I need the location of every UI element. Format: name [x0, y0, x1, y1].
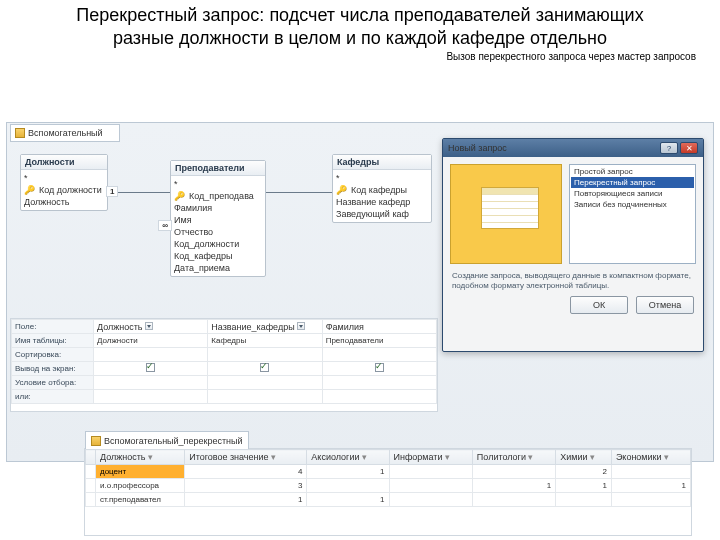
query-design-grid[interactable]: Поле: Должность Название_кафедры Фамилия… — [10, 318, 438, 412]
cell[interactable]: 1 — [307, 465, 389, 479]
grid-row-label: Условие отбора: — [12, 376, 94, 390]
cell[interactable] — [556, 493, 612, 507]
column-header[interactable]: Информати ▾ — [389, 450, 472, 465]
cell[interactable]: 1 — [185, 493, 307, 507]
dropdown-icon[interactable] — [145, 322, 153, 330]
wizard-type-list[interactable]: Простой запрос Перекрестный запрос Повто… — [569, 164, 696, 264]
grid-cell[interactable] — [208, 376, 322, 390]
list-item[interactable]: Простой запрос — [571, 166, 694, 177]
table-row[interactable]: ст.преподавател11 — [86, 493, 691, 507]
new-query-dialog: Новый запрос ? ✕ Простой запрос Перекрес… — [442, 138, 704, 352]
field-row[interactable]: Фамилия — [171, 202, 265, 214]
field-row[interactable]: Имя — [171, 214, 265, 226]
relationship-line — [266, 192, 332, 193]
grid-cell[interactable] — [322, 376, 436, 390]
table-card-dolzhnosti[interactable]: Должности * 🔑Код должности Должность — [20, 154, 108, 211]
column-header[interactable]: Экономики ▾ — [611, 450, 690, 465]
column-header[interactable]: Химии ▾ — [556, 450, 612, 465]
table-card-kafedry[interactable]: Кафедры * 🔑Код кафедры Название кафедр З… — [332, 154, 432, 223]
cell[interactable]: 1 — [611, 479, 690, 493]
grid-cell[interactable] — [208, 390, 322, 404]
grid-cell[interactable] — [322, 348, 436, 362]
checkbox-icon[interactable] — [375, 363, 384, 372]
grid-cell[interactable]: Преподаватели — [322, 334, 436, 348]
table-row[interactable]: доцент412 — [86, 465, 691, 479]
cell[interactable] — [307, 479, 389, 493]
grid-cell[interactable]: Должности — [94, 334, 208, 348]
grid-cell[interactable]: Должность — [94, 320, 208, 334]
field-row[interactable]: 🔑Код должности — [21, 184, 107, 196]
crosstab-result-grid[interactable]: Вспомогательный_перекрестный Должность ▾… — [84, 448, 692, 536]
field-row[interactable]: 🔑Код_преподава — [171, 190, 265, 202]
grid-cell[interactable] — [94, 348, 208, 362]
cell[interactable] — [611, 493, 690, 507]
relation-right-label: ∞ — [158, 220, 172, 231]
cell[interactable]: 1 — [472, 479, 555, 493]
cell[interactable] — [472, 465, 555, 479]
page-subtitle: Вызов перекрестного запроса через мастер… — [0, 51, 720, 66]
field-row[interactable]: Дата_приема — [171, 262, 265, 274]
field-row[interactable]: Отчество — [171, 226, 265, 238]
cell[interactable]: 2 — [556, 465, 612, 479]
checkbox-icon[interactable] — [260, 363, 269, 372]
grid-cell[interactable] — [322, 362, 436, 376]
design-window-tab-label: Вспомогательный — [28, 128, 103, 138]
grid-cell[interactable]: Кафедры — [208, 334, 322, 348]
field-row[interactable]: Код_кафедры — [171, 250, 265, 262]
wizard-preview — [450, 164, 562, 264]
cell[interactable] — [389, 465, 472, 479]
cell[interactable] — [389, 493, 472, 507]
list-item[interactable]: Повторяющиеся записи — [571, 188, 694, 199]
cell[interactable]: 1 — [307, 493, 389, 507]
result-window-tab[interactable]: Вспомогательный_перекрестный — [85, 431, 249, 449]
field-row[interactable]: * — [21, 172, 107, 184]
table-row[interactable]: и.о.профессора3111 — [86, 479, 691, 493]
field-row[interactable]: Должность — [21, 196, 107, 208]
design-window-tab[interactable]: Вспомогательный — [10, 124, 120, 142]
table-card-prepodavateli[interactable]: Преподаватели * 🔑Код_преподава Фамилия И… — [170, 160, 266, 277]
column-header[interactable]: Должность ▾ — [96, 450, 185, 465]
field-row[interactable]: * — [333, 172, 431, 184]
grid-cell[interactable] — [94, 390, 208, 404]
cell[interactable]: ст.преподавател — [96, 493, 185, 507]
column-header[interactable]: Аксиологии ▾ — [307, 450, 389, 465]
result-tab-label: Вспомогательный_перекрестный — [104, 436, 243, 446]
field-row[interactable]: Название кафедр — [333, 196, 431, 208]
grid-row-label: Сортировка: — [12, 348, 94, 362]
dropdown-icon[interactable] — [297, 322, 305, 330]
grid-cell[interactable] — [208, 362, 322, 376]
cell[interactable] — [389, 479, 472, 493]
grid-row-label: Имя таблицы: — [12, 334, 94, 348]
grid-cell[interactable] — [208, 348, 322, 362]
cell[interactable]: 1 — [556, 479, 612, 493]
list-item[interactable]: Записи без подчиненных — [571, 199, 694, 210]
cell[interactable] — [611, 465, 690, 479]
cell[interactable]: 3 — [185, 479, 307, 493]
table-title: Должности — [21, 155, 107, 170]
cancel-button[interactable]: Отмена — [636, 296, 694, 314]
help-button[interactable]: ? — [660, 142, 678, 154]
grid-cell[interactable] — [322, 390, 436, 404]
grid-cell[interactable] — [94, 362, 208, 376]
column-header[interactable]: Итоговое значение ▾ — [185, 450, 307, 465]
cell[interactable]: и.о.профессора — [96, 479, 185, 493]
field-row[interactable]: 🔑Код кафедры — [333, 184, 431, 196]
list-item[interactable]: Перекрестный запрос — [571, 177, 694, 188]
cell[interactable] — [472, 493, 555, 507]
field-row[interactable]: Код_должности — [171, 238, 265, 250]
checkbox-icon[interactable] — [146, 363, 155, 372]
grid-cell[interactable] — [94, 376, 208, 390]
field-row[interactable]: Заведующий каф — [333, 208, 431, 220]
close-button[interactable]: ✕ — [680, 142, 698, 154]
cell[interactable]: 4 — [185, 465, 307, 479]
grid-row-label: Поле: — [12, 320, 94, 334]
field-row[interactable]: * — [171, 178, 265, 190]
grid-cell[interactable]: Фамилия — [322, 320, 436, 334]
grid-cell[interactable]: Название_кафедры — [208, 320, 322, 334]
cell[interactable]: доцент — [96, 465, 185, 479]
dialog-titlebar[interactable]: Новый запрос ? ✕ — [443, 139, 703, 157]
dialog-title: Новый запрос — [448, 143, 507, 153]
ok-button[interactable]: ОК — [570, 296, 628, 314]
relation-left-label: 1 — [106, 186, 118, 197]
column-header[interactable]: Политологи ▾ — [472, 450, 555, 465]
